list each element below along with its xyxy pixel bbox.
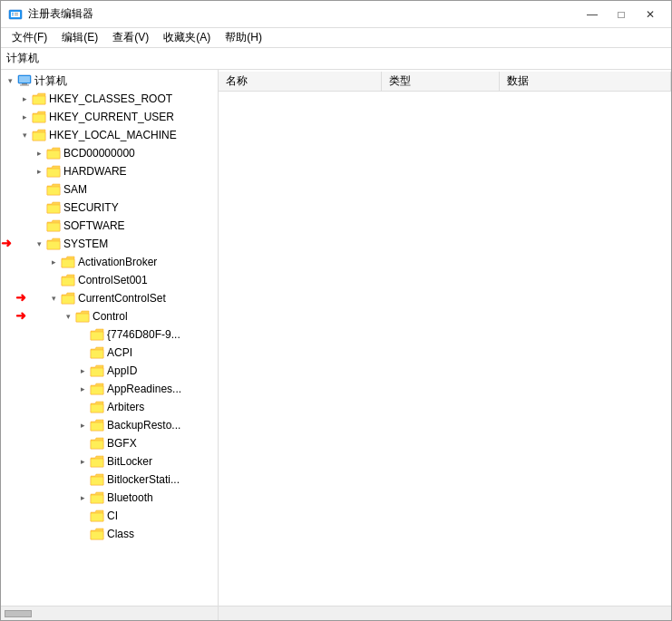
tree-label-bitlocker: BitLocker [107, 455, 152, 468]
folder-icon-ci [90, 509, 104, 522]
tree-item-bluetooth[interactable]: Bluetooth [1, 489, 218, 507]
tree-item-bitlockerstati[interactable]: BitlockerStati... [1, 471, 218, 489]
tree-label-software: SOFTWARE [63, 219, 125, 232]
tree-label-security: SECURITY [63, 201, 119, 214]
tree-scrollbar[interactable] [1, 606, 219, 620]
tree-label-arbiters: Arbiters [107, 401, 144, 413]
expand-hardware[interactable] [32, 164, 46, 179]
tree-item-7746[interactable]: {7746D80F-9... [1, 325, 218, 344]
tree-item-bitlocker[interactable]: BitLocker [1, 452, 218, 471]
expand-bluetooth[interactable] [75, 490, 90, 505]
main-content: 计算机 HKEY_CLASSES_ROOT ➜ HKEY_CURRE [1, 70, 671, 606]
maximize-button[interactable]: □ [608, 5, 635, 24]
title-bar-left: 注册表编辑器 [8, 6, 93, 22]
svg-rect-9 [20, 85, 29, 86]
tree-item-appid[interactable]: AppID [1, 362, 218, 380]
tree-item-software[interactable]: SOFTWARE [1, 217, 218, 235]
expand-computer[interactable] [3, 73, 17, 88]
expand-security [32, 200, 46, 215]
tree-label-bluetooth: Bluetooth [107, 491, 153, 504]
tree-label-hklm: HKEY_LOCAL_MACHINE [49, 129, 177, 141]
tree-item-system[interactable]: ➜ SYSTEM [1, 235, 218, 253]
tree-item-bcd[interactable]: BCD00000000 [1, 144, 218, 162]
detail-scrollbar[interactable] [219, 606, 671, 620]
folder-icon-bitlocker [90, 455, 104, 468]
registry-editor-window: 注册表编辑器 — □ ✕ 文件(F) 编辑(E) 查看(V) 收藏夹(A) 帮助… [0, 0, 672, 621]
expand-software [32, 218, 46, 233]
folder-icon-appreadines [90, 383, 104, 395]
arrow-control: ➜ [15, 308, 26, 323]
arrow-system: ➜ [1, 236, 12, 250]
svg-rect-4 [12, 15, 14, 15]
expand-hklm[interactable] [17, 128, 32, 142]
tree-item-controlset001[interactable]: ControlSet001 [1, 271, 218, 289]
tree-label-ci: CI [107, 509, 118, 522]
svg-rect-3 [15, 13, 18, 14]
tree-item-hardware[interactable]: HARDWARE [1, 162, 218, 180]
folder-icon-hkcr [32, 92, 46, 105]
menu-edit[interactable]: 编辑(E) [54, 28, 105, 47]
tree-item-appreadines[interactable]: AppReadines... [1, 380, 218, 398]
tree-scroll-thumb[interactable] [5, 610, 32, 617]
expand-controlset001 [46, 273, 61, 287]
tree-item-hklm[interactable]: ➜ HKEY_LOCAL_MACHINE [1, 126, 218, 144]
expand-bitlocker[interactable] [75, 454, 90, 469]
tree-item-currentcontrolset[interactable]: ➜ CurrentControlSet [1, 289, 218, 307]
folder-icon-arbiters [90, 401, 104, 413]
tree-item-acpi[interactable]: ACPI [1, 344, 218, 362]
expand-appid[interactable] [75, 364, 90, 378]
svg-rect-5 [15, 15, 18, 15]
tree-label-sam: SAM [63, 183, 87, 196]
expand-hkcu[interactable] [17, 110, 32, 124]
tree-item-activation[interactable]: ActivationBroker [1, 253, 218, 271]
expand-control[interactable] [61, 309, 75, 324]
folder-icon-class [90, 528, 104, 540]
tree-item-sam[interactable]: SAM [1, 180, 218, 199]
folder-icon-bitlockerstati [90, 473, 104, 486]
column-name: 名称 [219, 72, 382, 91]
menu-file[interactable]: 文件(F) [5, 28, 54, 47]
tree-label-hardware: HARDWARE [63, 165, 127, 178]
minimize-button[interactable]: — [579, 5, 606, 24]
tree-item-security[interactable]: SECURITY [1, 199, 218, 217]
tree-label-appid: AppID [107, 364, 137, 377]
folder-icon-bluetooth [90, 491, 104, 504]
close-button[interactable]: ✕ [637, 5, 664, 24]
folder-icon-activation [61, 256, 75, 268]
tree-item-hkcu[interactable]: ➜ HKEY_CURRENT_USER [1, 108, 218, 126]
tree-item-hkcr[interactable]: HKEY_CLASSES_ROOT [1, 90, 218, 108]
tree-item-computer[interactable]: 计算机 [1, 72, 218, 90]
expand-acpi [75, 345, 90, 360]
expand-ci [75, 509, 90, 523]
folder-icon-backupresto [90, 419, 104, 432]
expand-hkcr[interactable] [17, 92, 32, 106]
tree-item-backupresto[interactable]: BackupResto... [1, 416, 218, 434]
app-icon [8, 7, 23, 22]
tree-label-hkcr: HKEY_CLASSES_ROOT [49, 92, 172, 105]
expand-appreadines[interactable] [75, 382, 90, 396]
expand-bcd[interactable] [32, 146, 46, 160]
expand-arbiters [75, 400, 90, 414]
tree-item-bgfx[interactable]: BGFX [1, 434, 218, 452]
expand-backupresto[interactable] [75, 418, 90, 432]
menu-help[interactable]: 帮助(H) [218, 28, 269, 47]
tree-item-class[interactable]: Class [1, 525, 218, 543]
expand-activation[interactable] [46, 255, 61, 269]
tree-panel[interactable]: 计算机 HKEY_CLASSES_ROOT ➜ HKEY_CURRE [1, 70, 219, 606]
tree-label-acpi: ACPI [107, 346, 132, 359]
column-type: 类型 [382, 72, 500, 91]
bottom-scrollbar-area [1, 606, 671, 620]
tree-item-arbiters[interactable]: Arbiters [1, 398, 218, 416]
expand-system[interactable] [32, 237, 46, 251]
title-bar: 注册表编辑器 — □ ✕ [1, 1, 671, 28]
menu-favorites[interactable]: 收藏夹(A) [156, 28, 218, 47]
expand-bgfx [75, 436, 90, 451]
menu-view[interactable]: 查看(V) [105, 28, 156, 47]
folder-icon-sam [46, 183, 61, 196]
expand-currentcontrolset[interactable] [46, 291, 61, 306]
svg-rect-2 [12, 13, 14, 14]
tree-label-appreadines: AppReadines... [107, 383, 181, 395]
detail-header: 名称 类型 数据 [219, 72, 671, 92]
tree-item-ci[interactable]: CI [1, 507, 218, 525]
tree-item-control[interactable]: ➜ Control [1, 307, 218, 325]
